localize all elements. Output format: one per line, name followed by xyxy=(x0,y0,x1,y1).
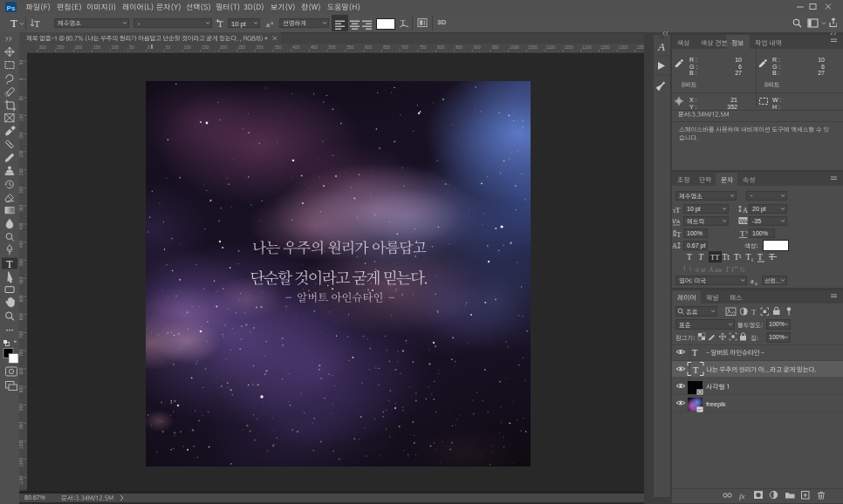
svg-text:fx: fx xyxy=(739,492,745,501)
